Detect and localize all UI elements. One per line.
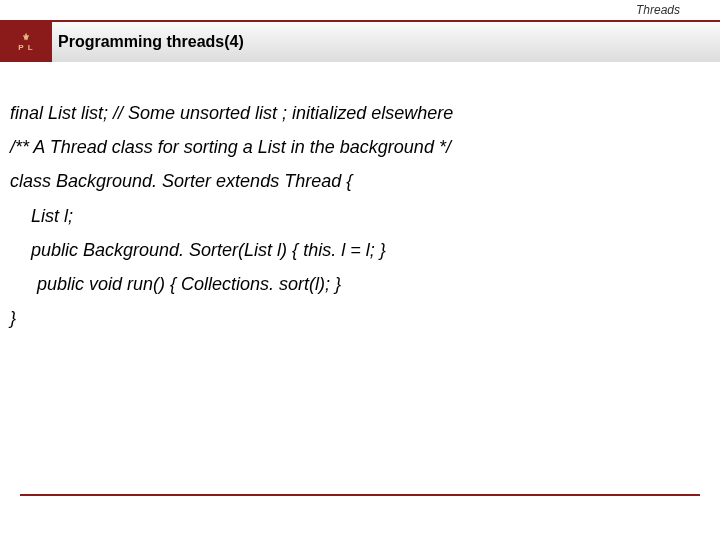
footer-divider bbox=[20, 494, 700, 496]
code-line-6: public void run() { Collections. sort(l)… bbox=[10, 267, 710, 301]
logo-bottom-text: P L bbox=[18, 43, 33, 52]
slide-content: final List list; // Some unsorted list ;… bbox=[0, 62, 720, 345]
slide-title: Programming threads(4) bbox=[58, 33, 244, 51]
code-line-1: final List list; // Some unsorted list ;… bbox=[10, 96, 710, 130]
section-label: Threads bbox=[636, 3, 680, 17]
title-row: ⚜ P L Programming threads(4) bbox=[0, 22, 720, 62]
code-line-3: class Background. Sorter extends Thread … bbox=[10, 164, 710, 198]
code-line-5: public Background. Sorter(List l) { this… bbox=[10, 233, 710, 267]
top-bar: Threads bbox=[0, 0, 720, 22]
institution-logo: ⚜ P L bbox=[0, 22, 52, 62]
code-line-7: } bbox=[10, 301, 710, 335]
code-line-4: List l; bbox=[10, 199, 710, 233]
code-line-2: /** A Thread class for sorting a List in… bbox=[10, 130, 710, 164]
title-bar: Programming threads(4) bbox=[52, 22, 720, 62]
logo-top-icon: ⚜ bbox=[22, 32, 30, 42]
